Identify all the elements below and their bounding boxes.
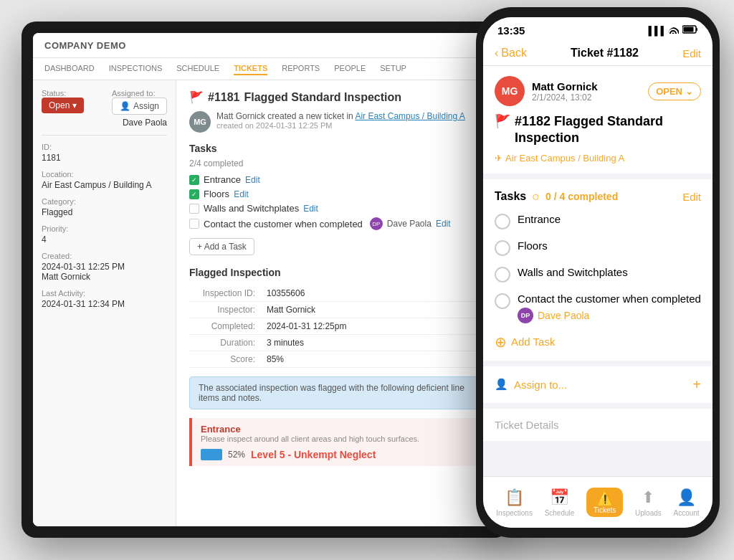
nav-reports[interactable]: REPORTS [282, 62, 320, 75]
task-circle-contact[interactable] [495, 293, 510, 309]
schedule-label: Schedule [545, 509, 575, 517]
creator-row: MG Matt Gornick 2/1/2024, 13:02 OPEN ⌄ [495, 76, 701, 106]
open-button-label: Open [49, 100, 70, 110]
tasks-card: Tasks ○ 0 / 4 completed Edit Entrance Fl… [483, 179, 712, 361]
tickets-icon: ⚠️ [597, 490, 613, 506]
task-circle-entrance[interactable] [495, 214, 510, 229]
task-contact-checkbox[interactable] [189, 219, 199, 229]
wifi-icon [667, 25, 679, 36]
field-location-label: Location: [42, 170, 167, 179]
battery-icon [682, 25, 698, 36]
created-text: created a new ticket in [267, 111, 353, 121]
creator-date: 2/1/2024, 13:02 [532, 92, 598, 103]
task-entrance-edit[interactable]: Edit [245, 175, 260, 185]
open-button[interactable]: Open ▾ [42, 98, 84, 113]
add-task-plus-icon: ⊕ [495, 333, 507, 351]
task-entrance-checkbox[interactable] [189, 175, 199, 185]
score-pct: 52% [228, 450, 245, 460]
task-walls-edit[interactable]: Edit [303, 204, 318, 214]
creator-avatar: MG [495, 76, 525, 106]
phone-task-walls: Walls and Switchplates [495, 266, 701, 283]
insp-completed-value: 2024-01-31 12:25pm [261, 318, 485, 335]
task-contact-assignee: Dave Paola [387, 219, 432, 229]
nav-account[interactable]: 👤 Account [673, 488, 699, 517]
entrance-section: Entrance Please inspect around all clien… [189, 418, 485, 466]
task-walls-checkbox[interactable] [189, 204, 199, 214]
insp-duration-label: Duration: [189, 335, 261, 351]
nav-people[interactable]: PEOPLE [334, 62, 366, 75]
tablet-screen: COMPANY DEMO DASHBOARD INSPECTIONS SCHED… [33, 33, 497, 526]
phone-ticket-title: Ticket #1182 [571, 47, 639, 60]
field-id: ID: 1181 [42, 143, 167, 163]
field-created-value: 2024-01-31 12:25 PM Matt Gornick [42, 262, 167, 282]
task-floors: Floors Edit [189, 189, 485, 199]
tablet-nav: DASHBOARD INSPECTIONS SCHEDULE TICKETS R… [33, 58, 497, 80]
field-priority-label: Priority: [42, 224, 167, 233]
flag-icon: 🚩 [495, 113, 510, 130]
nav-uploads[interactable]: ⬆ Uploads [635, 488, 662, 517]
phone-task-entrance: Entrance [495, 213, 701, 229]
task-circle-walls[interactable] [495, 267, 510, 283]
edit-button[interactable]: Edit [682, 47, 701, 60]
assign-plus-icon[interactable]: + [692, 376, 701, 393]
tablet-main: 🚩 #1181 Flagged Standard Inspection MG M… [176, 80, 497, 526]
dp-name[interactable]: Dave Paola [538, 310, 589, 321]
svg-rect-2 [684, 27, 694, 32]
dropdown-arrow: ▾ [72, 100, 77, 110]
person-icon: 👤 [495, 378, 508, 391]
assign-card: 👤 Assign to... + [483, 366, 712, 403]
assign-button[interactable]: 👤 Assign [112, 98, 167, 115]
nav-inspections[interactable]: INSPECTIONS [109, 62, 163, 75]
task-floors-label: Floors [204, 189, 229, 199]
task-floors-checkbox[interactable] [189, 189, 199, 199]
status-badge[interactable]: OPEN ⌄ [648, 82, 701, 100]
location-link[interactable]: Air East Campus / Building A [355, 111, 464, 121]
task-contact-assignee-row: DP Dave Paola [518, 308, 701, 323]
status-label: Status: [42, 89, 84, 98]
nav-schedule[interactable]: SCHEDULE [176, 62, 219, 75]
dp-avatar: DP [518, 308, 533, 323]
table-row: Inspection ID: 10355606 [189, 285, 485, 302]
phone-bottom-nav: 📋 Inspections 📅 Schedule ⚠️ Tickets ⬆ Up… [483, 476, 712, 528]
task-floors-edit[interactable]: Edit [234, 189, 249, 199]
add-task-phone-button[interactable]: ⊕ Add Task [495, 333, 701, 351]
task-circle-floors[interactable] [495, 240, 510, 256]
add-task-button[interactable]: + Add a Task [189, 238, 254, 255]
tasks-edit-button[interactable]: Edit [682, 191, 701, 203]
field-id-label: ID: [42, 143, 167, 151]
task-walls: Walls and Switchplates Edit [189, 203, 485, 214]
status-col: Status: Open ▾ [42, 89, 84, 113]
back-label: Back [501, 47, 527, 60]
signal-icon: ▐▐▐ [645, 26, 664, 36]
task-entrance-label: Entrance [518, 213, 701, 225]
level-text: Level 5 - Unkempt Neglect [251, 449, 376, 460]
ticket-title-text: Flagged Standard Inspection [244, 91, 402, 104]
table-row: Score: 85% [189, 351, 485, 368]
nav-tickets[interactable]: TICKETS [234, 62, 267, 75]
table-row: Duration: 3 minutes [189, 335, 485, 351]
location-text: Air East Campus / Building A [505, 153, 624, 163]
tasks-section-title: Tasks [189, 143, 485, 154]
task-contact-edit[interactable]: Edit [436, 219, 451, 229]
nav-dashboard[interactable]: DASHBOARD [44, 62, 95, 75]
task-walls-label: Walls and Switchplates [204, 203, 299, 214]
insp-inspector-value: Matt Gornick [261, 302, 485, 318]
back-button[interactable]: ‹ Back [495, 47, 527, 60]
flag-icon: 🚩 [189, 90, 204, 104]
nav-inspections[interactable]: 📋 Inspections [496, 488, 533, 517]
creator-card: MG Matt Gornick 2/1/2024, 13:02 OPEN ⌄ 🚩… [483, 66, 712, 174]
tasks-circle-icon: ○ [532, 189, 540, 204]
assign-to-label[interactable]: Assign to... [514, 379, 567, 391]
creator-info: Matt Gornick created a new ticket in Air… [216, 111, 465, 130]
tablet-top-bar: COMPANY DEMO [33, 33, 497, 58]
nav-schedule[interactable]: 📅 Schedule [545, 488, 575, 517]
creator-name: Matt Gornick [216, 111, 265, 121]
nav-setup[interactable]: SETUP [380, 62, 406, 75]
ticket-title: 🚩 #1181 Flagged Standard Inspection [189, 90, 485, 104]
tablet-body: Status: Open ▾ Assigned to: 👤 Assign Dav… [33, 80, 497, 526]
field-category-label: Category: [42, 197, 167, 206]
tablet-sidebar: Status: Open ▾ Assigned to: 👤 Assign Dav… [33, 80, 176, 526]
phone-content: MG Matt Gornick 2/1/2024, 13:02 OPEN ⌄ 🚩… [483, 66, 712, 528]
nav-tickets[interactable]: ⚠️ Tickets [586, 488, 623, 517]
status-icons: ▐▐▐ [645, 25, 698, 36]
